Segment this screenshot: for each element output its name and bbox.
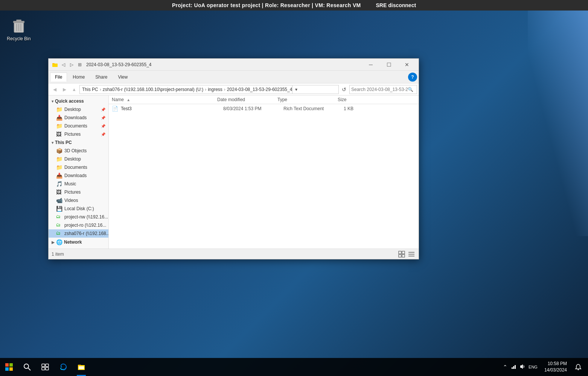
svg-marker-31	[520, 364, 523, 369]
volume-systray-icon[interactable]	[519, 363, 526, 371]
close-button[interactable]: ✕	[398, 59, 416, 70]
sidebar-item-label: Videos	[64, 198, 78, 203]
svg-rect-29	[513, 366, 514, 369]
file-explorer-taskbar-button[interactable]	[72, 358, 90, 376]
title-bar-forward-icon: ▷	[68, 61, 75, 68]
sidebar-item-pictures-quick[interactable]: Pictures 📌	[49, 130, 108, 138]
tab-view[interactable]: View	[113, 73, 133, 82]
refresh-button[interactable]: ↺	[340, 85, 349, 94]
notification-button[interactable]	[571, 358, 585, 376]
folder-icon	[56, 106, 62, 112]
quick-access-section[interactable]: ▾ Quick access	[49, 97, 108, 105]
sidebar-item-label: Music	[64, 181, 76, 186]
sidebar-item-desktop-quick[interactable]: Desktop 📌	[49, 105, 108, 114]
file-name: Test3	[121, 106, 223, 111]
sidebar-item-local-disk[interactable]: Local Disk (C:)	[49, 205, 108, 213]
sidebar-item-label: Downloads	[64, 173, 87, 178]
sidebar-item-music[interactable]: Music	[49, 180, 108, 188]
sidebar-item-project-ro[interactable]: 🗂 project-ro (\\192.16...	[49, 221, 108, 229]
sidebar-item-zsha076[interactable]: 🗂 zsha076-r (\\192.168...	[49, 229, 108, 238]
up-button[interactable]: ▲	[70, 85, 79, 94]
svg-rect-11	[402, 255, 405, 257]
network-systray-icon[interactable]	[510, 363, 517, 371]
maximize-button[interactable]: ☐	[380, 59, 398, 70]
search-taskbar-button[interactable]	[18, 358, 36, 376]
search-input[interactable]	[351, 87, 408, 92]
this-pc-section[interactable]: ▾ This PC	[49, 138, 108, 147]
col-header-type[interactable]: Type	[277, 97, 338, 102]
documents-icon	[56, 123, 62, 129]
tab-file[interactable]: File	[50, 73, 67, 82]
svg-rect-16	[9, 363, 13, 367]
address-bar: ◀ ▶ ▲ This PC › zsha076-r (\\192.168.100…	[49, 83, 419, 96]
breadcrumb: This PC › zsha076-r (\\192.168.100.10\pr…	[82, 87, 292, 92]
sidebar-item-desktop-pc[interactable]: Desktop	[49, 155, 108, 163]
pin-icon: 📌	[101, 124, 105, 128]
help-button[interactable]: ?	[408, 73, 417, 82]
sidebar-item-label: Pictures	[64, 190, 81, 195]
breadcrumb-ingress[interactable]: ingress	[208, 87, 222, 92]
music-icon	[56, 181, 62, 187]
pictures-icon	[56, 131, 62, 137]
sidebar-item-downloads-quick[interactable]: Downloads 📌	[49, 114, 108, 122]
start-button[interactable]	[0, 358, 18, 376]
show-hidden-icons[interactable]: ⌃	[502, 363, 508, 371]
svg-rect-22	[46, 364, 49, 367]
back-button[interactable]: ◀	[50, 85, 59, 94]
search-box[interactable]: 🔍	[349, 85, 417, 94]
top-bar: Project: UoA operator test project | Rol…	[0, 0, 588, 11]
breadcrumb-folder[interactable]: 2024-03-08_13-53-29-602355_4	[227, 87, 292, 92]
sidebar-item-videos[interactable]: Videos	[49, 196, 108, 205]
pin-icon: 📌	[101, 108, 105, 112]
breadcrumb-drive[interactable]: zsha076-r (\\192.168.100.10\project-pers…	[103, 87, 203, 92]
sidebar-item-downloads-pc[interactable]: Downloads	[49, 171, 108, 180]
col-header-date[interactable]: Date modified	[217, 97, 277, 102]
network-label: Network	[64, 240, 82, 245]
sidebar-item-label: Pictures	[64, 132, 81, 137]
sidebar-item-label: project-nw (\\192.16...	[64, 214, 108, 220]
task-view-button[interactable]	[36, 358, 54, 376]
language-indicator[interactable]: ENG	[528, 364, 538, 370]
col-header-name[interactable]: Name ▲	[112, 97, 217, 102]
details-view-button[interactable]	[407, 250, 416, 258]
list-view-button[interactable]	[398, 250, 406, 258]
breadcrumb-this-pc[interactable]: This PC	[82, 87, 98, 92]
title-bar: ◁ ▷ ⊞ 2024-03-08_13-53-29-602355_4 ─ ☐ ✕	[49, 59, 419, 71]
svg-point-19	[24, 364, 29, 368]
desktop-light-effect	[528, 11, 588, 236]
svg-rect-2	[17, 20, 21, 21]
status-bar-right	[398, 250, 416, 258]
title-bar-title: 2024-03-08_13-53-29-602355_4	[86, 62, 362, 67]
quick-access-label: Quick access	[55, 99, 84, 104]
svg-rect-26	[78, 365, 81, 366]
sre-disconnect-button[interactable]: SRE disconnect	[376, 2, 416, 8]
col-header-size[interactable]: Size	[338, 97, 368, 102]
folder-icon	[56, 156, 62, 162]
table-row[interactable]: Test3 8/03/2024 1:53 PM Rich Text Docume…	[109, 104, 419, 113]
top-bar-project-text: Project: UoA operator test project | Rol…	[172, 2, 361, 8]
tab-home[interactable]: Home	[68, 73, 90, 82]
sidebar-item-documents-pc[interactable]: Documents	[49, 163, 108, 171]
network-section[interactable]: ▶ Network	[49, 238, 108, 247]
address-dropdown-button[interactable]: ▾	[292, 85, 300, 94]
svg-line-20	[28, 368, 30, 370]
sidebar-item-pictures-pc[interactable]: Pictures	[49, 188, 108, 196]
sidebar-item-project-nw[interactable]: 🗂 project-nw (\\192.16...	[49, 213, 108, 221]
file-list-header: Name ▲ Date modified Type Size	[109, 96, 419, 104]
sidebar-item-label: Desktop	[64, 156, 81, 162]
sidebar-item-documents-quick[interactable]: Documents 📌	[49, 122, 108, 130]
edge-taskbar-button[interactable]	[54, 358, 72, 376]
file-explorer-window: ◁ ▷ ⊞ 2024-03-08_13-53-29-602355_4 ─ ☐ ✕…	[48, 58, 419, 259]
address-path[interactable]: This PC › zsha076-r (\\192.168.100.10\pr…	[79, 85, 339, 94]
recycle-bin-icon[interactable]: Recycle Bin	[4, 15, 34, 43]
svg-rect-7	[52, 63, 55, 64]
sidebar-item-3d-objects[interactable]: 3D Objects	[49, 147, 108, 155]
clock-time: 10:58 PM	[544, 361, 567, 367]
tab-share[interactable]: Share	[90, 73, 112, 82]
network-drive-icon: 🗂	[56, 230, 62, 237]
sidebar-item-label: Desktop	[64, 107, 81, 112]
clock[interactable]: 10:58 PM 14/03/2024	[541, 361, 570, 373]
svg-rect-23	[42, 367, 45, 370]
minimize-button[interactable]: ─	[362, 59, 379, 70]
forward-button[interactable]: ▶	[60, 85, 69, 94]
